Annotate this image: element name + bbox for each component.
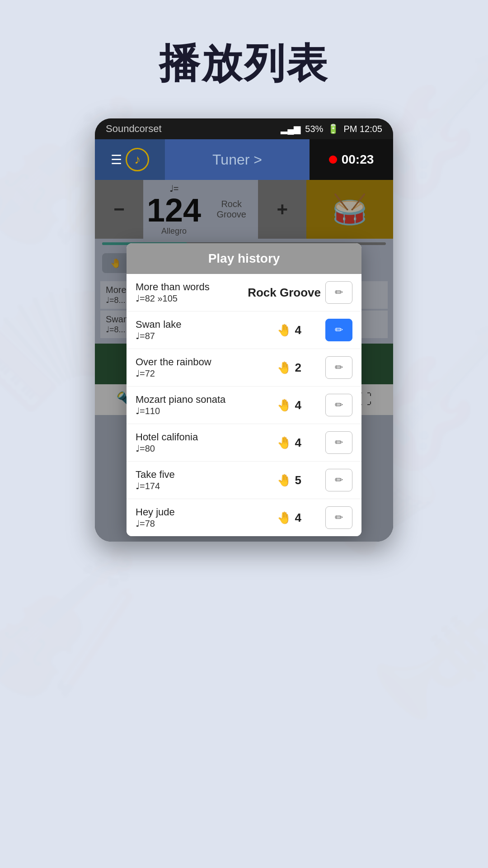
history-bpm-3: ♩=72: [136, 368, 253, 379]
history-title-7: Hey jude: [136, 506, 253, 518]
history-title-5: Hotel califonia: [136, 431, 253, 443]
battery-icon: 🔋: [328, 123, 339, 134]
history-title-1: More than words: [136, 281, 243, 293]
tuner-label: Tuner >: [212, 151, 262, 168]
history-bpm-4: ♩=110: [136, 406, 253, 416]
history-bpm-5: ♩=80: [136, 443, 253, 454]
history-title-2: Swan lake: [136, 319, 253, 330]
history-row-3[interactable]: Over the rainbow ♩=72 🤚 2 ✏: [127, 349, 361, 387]
history-bpm-2: ♩=87: [136, 330, 253, 341]
phone-frame: Soundcorset ▂▄▆ 53% 🔋 PM 12:05 ☰ ♪ Tuner…: [95, 118, 393, 542]
history-tag-6: 🤚 5: [258, 473, 321, 487]
main-area: − ♩= 124 Allegro RockGroove + 🥁 🤚: [95, 180, 393, 542]
history-edit-btn-4[interactable]: ✏: [325, 394, 352, 416]
history-row-2[interactable]: Swan lake ♩=87 🤚 4 ✏: [127, 311, 361, 349]
history-edit-btn-3[interactable]: ✏: [325, 356, 352, 379]
music-note-icon: ♪: [134, 152, 141, 167]
history-tag-3: 🤚 2: [258, 361, 321, 375]
history-edit-btn-7[interactable]: ✏: [325, 506, 352, 529]
menu-button[interactable]: ☰ ♪: [95, 139, 165, 180]
modal-overlay: Play history More than words ♩=82 »105 R…: [95, 180, 393, 542]
history-tag-4: 🤚 4: [258, 398, 321, 412]
history-row-6[interactable]: Take five ♩=174 🤚 5 ✏: [127, 462, 361, 499]
history-title-4: Mozart piano sonata: [136, 394, 253, 406]
history-edit-btn-1[interactable]: ✏: [325, 281, 352, 304]
history-tag-2: 🤚 4: [258, 323, 321, 337]
record-button[interactable]: 00:23: [310, 139, 393, 180]
status-time: PM 12:05: [343, 124, 382, 134]
modal-title: Play history: [127, 243, 361, 274]
modal-body: More than words ♩=82 »105 Rock Groove ✏ …: [127, 274, 361, 536]
play-history-modal: Play history More than words ♩=82 »105 R…: [127, 243, 361, 536]
history-bpm-6: ♩=174: [136, 481, 253, 491]
hamburger-icon: ☰: [111, 152, 122, 167]
history-title-6: Take five: [136, 469, 253, 481]
status-bar: Soundcorset ▂▄▆ 53% 🔋 PM 12:05: [95, 118, 393, 139]
history-edit-btn-2[interactable]: ✏: [325, 319, 352, 341]
tuner-button[interactable]: Tuner >: [165, 139, 310, 180]
signal-icon: ▂▄▆: [281, 123, 300, 134]
battery-percent: 53%: [305, 124, 323, 134]
history-tag-1: Rock Groove: [248, 286, 321, 300]
history-bpm-7: ♩=78: [136, 518, 253, 529]
app-name: Soundcorset: [106, 123, 162, 135]
history-edit-btn-6[interactable]: ✏: [325, 469, 352, 491]
history-row-7[interactable]: Hey jude ♩=78 🤚 4 ✏: [127, 499, 361, 536]
record-time: 00:23: [342, 152, 374, 167]
top-bar: ☰ ♪ Tuner > 00:23: [95, 139, 393, 180]
history-row-4[interactable]: Mozart piano sonata ♩=110 🤚 4 ✏: [127, 387, 361, 424]
history-row-1[interactable]: More than words ♩=82 »105 Rock Groove ✏: [127, 274, 361, 311]
history-bpm-1: ♩=82 »105: [136, 293, 243, 304]
history-tag-5: 🤚 4: [258, 436, 321, 450]
page-title: 播放列表: [0, 0, 488, 118]
record-dot-icon: [329, 156, 337, 164]
history-title-3: Over the rainbow: [136, 356, 253, 368]
music-note-circle: ♪: [126, 148, 149, 171]
history-row-5[interactable]: Hotel califonia ♩=80 🤚 4 ✏: [127, 424, 361, 462]
history-tag-7: 🤚 4: [258, 511, 321, 525]
history-edit-btn-5[interactable]: ✏: [325, 431, 352, 454]
